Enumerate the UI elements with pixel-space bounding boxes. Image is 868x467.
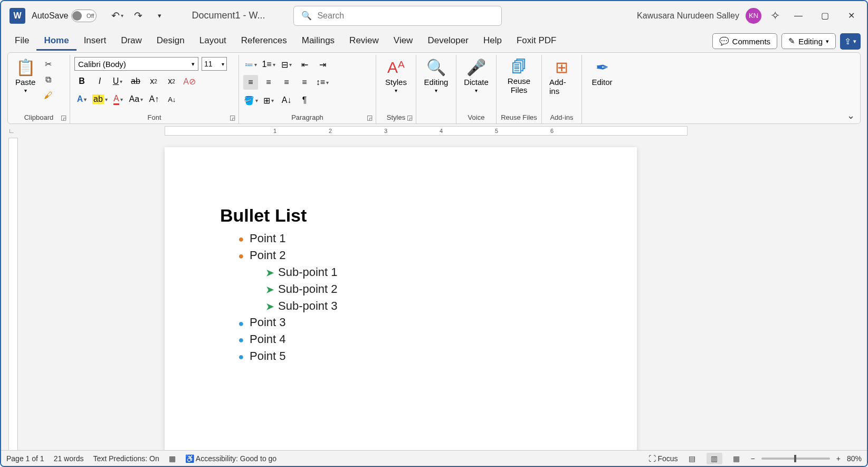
- coming-soon-icon[interactable]: ✧: [770, 11, 780, 21]
- editing-button[interactable]: 🔍 Editing ▾: [421, 57, 452, 94]
- zoom-thumb[interactable]: [794, 455, 796, 462]
- minimize-button[interactable]: —: [793, 11, 804, 21]
- grow-font-button[interactable]: A↑: [147, 92, 161, 107]
- web-layout-button[interactable]: ▦: [729, 453, 745, 464]
- shading-button[interactable]: 🪣: [243, 93, 258, 108]
- tab-mailings[interactable]: Mailings: [294, 32, 342, 51]
- tab-review[interactable]: Review: [342, 32, 386, 51]
- tab-home[interactable]: Home: [36, 32, 76, 51]
- list-item[interactable]: ➤Sub-point 2: [262, 281, 581, 298]
- change-case-button[interactable]: Aa: [129, 92, 144, 107]
- editor-button[interactable]: ✒ Editor: [586, 57, 618, 88]
- search-box[interactable]: 🔍: [293, 6, 502, 26]
- subscript-button[interactable]: x2: [146, 74, 161, 89]
- bold-button[interactable]: B: [74, 74, 89, 89]
- list-item[interactable]: ●Point 3: [234, 314, 581, 331]
- zoom-level[interactable]: 80%: [847, 454, 862, 463]
- zoom-out-button[interactable]: −: [751, 454, 755, 463]
- clear-formatting-button[interactable]: A⊘: [182, 74, 197, 89]
- font-color-button[interactable]: A: [111, 92, 126, 107]
- align-right-button[interactable]: ≡: [279, 75, 294, 90]
- tab-layout[interactable]: Layout: [192, 32, 234, 51]
- autosave-toggle[interactable]: AutoSave Off: [32, 9, 97, 22]
- cut-button[interactable]: ✂: [41, 57, 55, 71]
- tab-draw[interactable]: Draw: [113, 32, 149, 51]
- decrease-indent-button[interactable]: ⇤: [297, 57, 312, 72]
- justify-button[interactable]: ≡: [297, 75, 312, 90]
- focus-mode-button[interactable]: ⛶ Focus: [648, 454, 678, 463]
- reuse-files-button[interactable]: 🗐 Reuse Files: [501, 57, 537, 96]
- show-marks-button[interactable]: ¶: [297, 93, 312, 108]
- paragraph-dialog-launcher[interactable]: ◲: [367, 114, 373, 121]
- font-dialog-launcher[interactable]: ◲: [230, 114, 235, 121]
- dictate-button[interactable]: 🎤 Dictate ▾: [461, 57, 492, 94]
- list-item[interactable]: ●Point 4: [234, 331, 581, 348]
- read-mode-button[interactable]: ▤: [684, 453, 700, 464]
- vertical-ruler[interactable]: [8, 138, 18, 452]
- tab-view[interactable]: View: [386, 32, 421, 51]
- sort-button[interactable]: A↓: [279, 93, 294, 108]
- close-button[interactable]: ✕: [846, 11, 856, 21]
- numbering-button[interactable]: 1≡: [261, 57, 276, 72]
- addins-button[interactable]: ⊞ Add-ins: [546, 57, 577, 97]
- italic-button[interactable]: I: [92, 74, 107, 89]
- tab-file[interactable]: File: [7, 32, 36, 51]
- list-item[interactable]: ●Point 5: [234, 348, 581, 365]
- font-name-selector[interactable]: Calibri (Body) ▾: [74, 57, 198, 71]
- document-page[interactable]: Bullet List ●Point 1●Point 2➤Sub-point 1…: [165, 147, 637, 452]
- tab-references[interactable]: References: [234, 32, 294, 51]
- zoom-in-button[interactable]: +: [836, 454, 841, 463]
- tab-foxit-pdf[interactable]: Foxit PDF: [509, 32, 564, 51]
- bullets-button[interactable]: ≔: [243, 57, 258, 72]
- tab-help[interactable]: Help: [476, 32, 509, 51]
- status-predictions[interactable]: Text Predictions: On: [93, 454, 159, 463]
- redo-button[interactable]: ↷: [129, 8, 147, 24]
- list-item[interactable]: ➤Sub-point 3: [262, 298, 581, 314]
- clipboard-dialog-launcher[interactable]: ◲: [61, 114, 66, 121]
- format-painter-button[interactable]: 🖌: [41, 89, 55, 102]
- search-input[interactable]: [317, 11, 494, 21]
- dictate-label: Dictate: [464, 78, 489, 87]
- list-item[interactable]: ●Point 2: [234, 247, 581, 264]
- copy-button[interactable]: ⧉: [41, 73, 55, 87]
- zoom-slider[interactable]: [761, 458, 830, 460]
- print-layout-button[interactable]: ▥: [707, 453, 722, 464]
- list-item[interactable]: ●Point 1: [234, 230, 581, 247]
- tab-insert[interactable]: Insert: [77, 32, 114, 51]
- autosave-label: AutoSave: [32, 11, 68, 21]
- line-spacing-button[interactable]: ↕≡: [315, 75, 330, 90]
- superscript-button[interactable]: x2: [164, 74, 179, 89]
- align-left-button[interactable]: ≡: [243, 75, 258, 90]
- status-page[interactable]: Page 1 of 1: [6, 454, 44, 463]
- comments-button[interactable]: 💬 Comments: [712, 33, 778, 49]
- display-settings-icon[interactable]: ▦: [169, 454, 176, 463]
- tab-design[interactable]: Design: [149, 32, 192, 51]
- tab-selector[interactable]: ∟: [8, 127, 15, 135]
- text-effects-button[interactable]: A: [74, 92, 89, 107]
- tab-developer[interactable]: Developer: [420, 32, 476, 51]
- collapse-ribbon-button[interactable]: ⌄: [847, 110, 855, 121]
- shrink-font-button[interactable]: A↓: [165, 92, 179, 107]
- toggle-switch[interactable]: Off: [71, 9, 97, 22]
- status-accessibility[interactable]: ♿ Accessibility: Good to go: [185, 454, 276, 463]
- qat-customize-button[interactable]: ▾: [150, 8, 168, 24]
- styles-button[interactable]: Aᴬ Styles ▾: [380, 57, 412, 94]
- font-size-selector[interactable]: 11 ▾: [202, 57, 227, 71]
- highlight-button[interactable]: ab: [92, 92, 108, 107]
- editing-mode-button[interactable]: ✎ Editing ▾: [781, 33, 836, 49]
- underline-button[interactable]: U: [110, 74, 125, 89]
- align-center-button[interactable]: ≡: [261, 75, 276, 90]
- styles-dialog-launcher[interactable]: ◲: [407, 114, 413, 121]
- maximize-button[interactable]: ▢: [819, 11, 830, 21]
- user-avatar[interactable]: KN: [746, 8, 761, 24]
- horizontal-ruler[interactable]: 123456: [165, 126, 688, 136]
- status-words[interactable]: 21 words: [54, 454, 84, 463]
- multilevel-list-button[interactable]: ⊟: [279, 57, 294, 72]
- list-item[interactable]: ➤Sub-point 1: [262, 264, 581, 281]
- borders-button[interactable]: ⊞: [261, 93, 276, 108]
- increase-indent-button[interactable]: ⇥: [315, 57, 330, 72]
- share-button[interactable]: ⇪ ▾: [840, 33, 861, 50]
- undo-button[interactable]: ↶: [108, 8, 126, 24]
- font-group-label: Font: [70, 113, 239, 121]
- strikethrough-button[interactable]: ab: [128, 74, 143, 89]
